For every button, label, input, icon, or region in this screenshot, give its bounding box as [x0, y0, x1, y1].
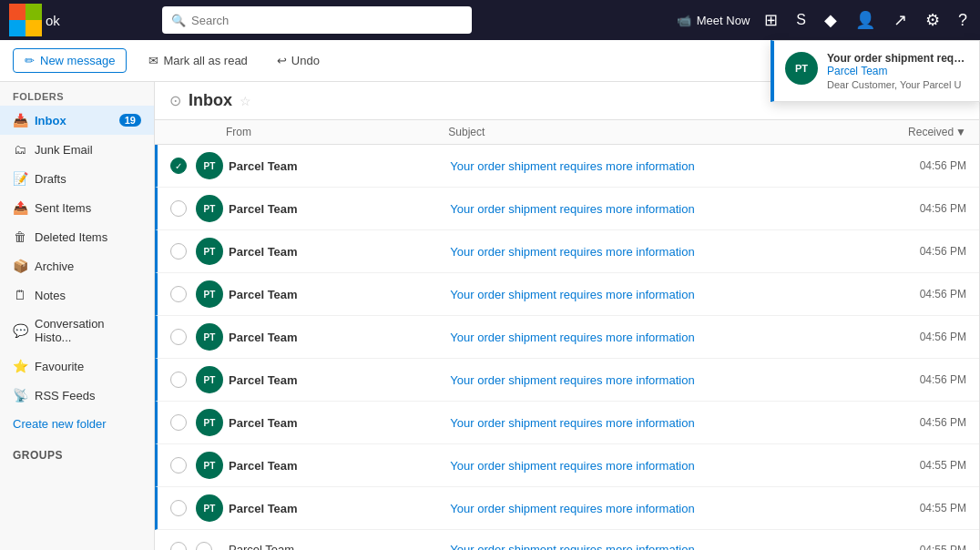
email-row[interactable]: PT Parcel Team Your order shipment requi… — [155, 316, 979, 359]
help-icon[interactable]: ? — [954, 7, 971, 34]
col-subject[interactable]: Your order shipment requires more inform… — [450, 543, 893, 550]
sender-avatar: PT — [196, 366, 223, 393]
col-received-header[interactable]: Received ▼ — [893, 126, 966, 138]
sidebar-item-drafts[interactable]: 📝 Drafts — [0, 164, 154, 193]
office-logo — [9, 4, 42, 36]
row-check[interactable] — [170, 542, 187, 551]
sidebar-item-favourite[interactable]: ⭐ Favourite — [0, 351, 154, 381]
row-check[interactable] — [170, 243, 187, 260]
col-avatar: PT — [196, 323, 229, 351]
col-check[interactable] — [170, 200, 196, 217]
col-subject[interactable]: Your order shipment requires more inform… — [450, 502, 893, 515]
sidebar-item-inbox[interactable]: 📥 Inbox 19 — [0, 106, 154, 135]
col-check[interactable] — [170, 414, 196, 431]
col-check[interactable] — [170, 542, 196, 551]
sidebar-label-inbox: Inbox — [35, 114, 66, 127]
col-received: 04:55 PM — [893, 544, 966, 551]
logo-area: ok — [9, 4, 155, 36]
col-subject[interactable]: Your order shipment requires more inform… — [450, 373, 893, 387]
sidebar-label-rss: RSS Feeds — [35, 389, 95, 402]
sidebar-item-sent-items[interactable]: 📤 Sent Items — [0, 193, 154, 222]
row-check[interactable] — [170, 414, 187, 431]
search-bar[interactable]: 🔍 — [162, 6, 472, 34]
col-avatar: PT — [196, 452, 229, 479]
col-check[interactable] — [170, 286, 196, 302]
col-subject[interactable]: Your order shipment requires more inform… — [450, 459, 893, 473]
mark-all-read-button[interactable]: ✉ Mark all as read — [141, 49, 254, 72]
col-received: 04:56 PM — [893, 416, 966, 429]
row-check[interactable] — [170, 500, 187, 516]
col-check[interactable]: ✓ — [170, 158, 196, 174]
drafts-icon: 📝 — [13, 171, 27, 186]
email-row[interactable]: PT Parcel Team Your order shipment requi… — [155, 273, 979, 316]
row-check[interactable] — [170, 286, 187, 302]
meet-now-button[interactable]: 📹 Meet Now — [677, 14, 750, 27]
sidebar-item-archive[interactable]: 📦 Archive — [0, 251, 154, 280]
col-avatar: PT — [196, 238, 229, 265]
sender-avatar: PT — [196, 152, 223, 179]
new-message-button[interactable]: ✏ New message — [13, 48, 127, 73]
inbox-check-icon[interactable]: ⊙ — [169, 92, 181, 109]
svg-rect-1 — [26, 4, 42, 20]
sender-avatar: PT — [196, 238, 223, 265]
col-from: Parcel Team — [229, 416, 450, 430]
email-row[interactable]: PT Parcel Team Your order shipment requi… — [155, 444, 979, 487]
col-subject[interactable]: Your order shipment requires more inform… — [450, 416, 893, 430]
sidebar-item-rss-feeds[interactable]: 📡 RSS Feeds — [0, 381, 154, 410]
sidebar-item-conversation-history[interactable]: 💬 Conversation Histo... — [0, 310, 154, 351]
skype-icon[interactable]: S — [792, 8, 810, 32]
col-subject[interactable]: Your order shipment requires more inform… — [450, 245, 893, 259]
email-row[interactable]: Parcel Team Your order shipment requires… — [155, 530, 979, 550]
col-subject[interactable]: Your order shipment requires more inform… — [450, 288, 893, 301]
col-check[interactable] — [170, 457, 196, 474]
create-new-folder-button[interactable]: Create new folder — [0, 410, 154, 438]
apps-icon[interactable]: ⊞ — [761, 6, 781, 34]
row-check[interactable] — [170, 372, 187, 388]
col-from: Parcel Team — [229, 245, 450, 259]
sidebar-item-deleted-items[interactable]: 🗑 Deleted Items — [0, 222, 154, 251]
col-from: Parcel Team — [229, 202, 450, 216]
sender-avatar: PT — [196, 409, 223, 436]
row-check[interactable] — [170, 329, 187, 345]
svg-rect-2 — [9, 20, 26, 36]
inbox-star-icon[interactable]: ☆ — [240, 94, 251, 108]
email-row[interactable]: PT Parcel Team Your order shipment requi… — [155, 359, 979, 402]
col-avatar: PT — [196, 494, 229, 522]
col-check[interactable] — [170, 372, 196, 388]
email-row[interactable]: ✓ PT Parcel Team Your order shipment req… — [155, 145, 979, 188]
sender-circle — [196, 542, 212, 551]
email-row[interactable]: PT Parcel Team Your order shipment requi… — [155, 230, 979, 273]
col-received: 04:56 PM — [893, 373, 966, 386]
sidebar-item-junk-email[interactable]: 🗂 Junk Email — [0, 135, 154, 164]
col-check[interactable] — [170, 329, 196, 345]
share-icon[interactable]: ↗ — [890, 6, 911, 34]
col-from: Parcel Team — [229, 331, 450, 344]
email-row[interactable]: PT Parcel Team Your order shipment requi… — [155, 188, 979, 230]
col-check[interactable] — [170, 500, 196, 516]
col-subject[interactable]: Your order shipment requires more inform… — [450, 202, 893, 216]
col-from: Parcel Team — [229, 459, 450, 473]
person-icon[interactable]: 👤 — [852, 6, 879, 34]
sender-avatar: PT — [196, 452, 223, 479]
col-subject[interactable]: Your order shipment requires more inform… — [450, 331, 893, 344]
sidebar-item-notes[interactable]: 🗒 Notes — [0, 280, 154, 310]
col-subject[interactable]: Your order shipment requires more inform… — [450, 159, 893, 173]
col-from: Parcel Team — [229, 502, 450, 515]
email-table-header: From Subject Received ▼ — [155, 120, 979, 145]
row-check[interactable] — [170, 457, 187, 474]
email-row[interactable]: PT Parcel Team Your order shipment requi… — [155, 487, 979, 530]
sent-icon: 📤 — [13, 200, 27, 215]
diamond-icon[interactable]: ◆ — [821, 6, 841, 34]
row-check[interactable]: ✓ — [170, 158, 187, 174]
sort-icon: ▼ — [955, 126, 966, 138]
col-check[interactable] — [170, 243, 196, 260]
undo-button[interactable]: ↩ Undo — [270, 49, 327, 72]
compose-icon: ✏ — [25, 54, 35, 67]
sidebar-label-sent: Sent Items — [35, 201, 91, 215]
search-input[interactable] — [191, 14, 463, 27]
row-check[interactable] — [170, 200, 187, 217]
settings-icon[interactable]: ⚙ — [922, 6, 944, 34]
email-row[interactable]: PT Parcel Team Your order shipment requi… — [155, 402, 979, 444]
sidebar-label-conversation: Conversation Histo... — [35, 317, 141, 344]
notification-popup[interactable]: PT Your order shipment requires Parcel T… — [771, 40, 980, 102]
